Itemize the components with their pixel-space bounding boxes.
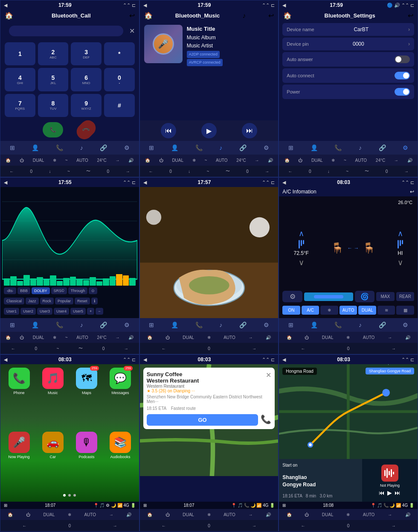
- clim-arrow-5[interactable]: →: [248, 335, 253, 340]
- clim-vol-9[interactable]: 🔊: [405, 512, 410, 517]
- ac-auto-btn[interactable]: AUTO: [340, 306, 357, 315]
- nav-music-4[interactable]: ♪: [80, 322, 83, 328]
- dial-1[interactable]: 1: [5, 42, 35, 65]
- nav-phone-2[interactable]: 📞: [195, 144, 203, 151]
- clim-power-2[interactable]: ⏻: [159, 158, 163, 163]
- go-btn[interactable]: GO: [147, 414, 258, 426]
- dial-input[interactable]: [9, 26, 123, 36]
- toggle-power[interactable]: [395, 88, 410, 96]
- clim-home-2[interactable]: 🏠: [145, 158, 150, 163]
- clim-power-5[interactable]: ⏻: [165, 335, 170, 340]
- clim-vol-4[interactable]: 🔊: [128, 335, 134, 340]
- clim-arrow-2[interactable]: →: [255, 158, 259, 163]
- back-btn-2[interactable]: ◀: [143, 3, 147, 8]
- user2[interactable]: User2: [20, 308, 36, 315]
- clim-home-3[interactable]: 🏠: [284, 158, 290, 163]
- clim-snow-4[interactable]: ❄: [53, 335, 56, 340]
- nav-user-2[interactable]: 👤: [171, 144, 178, 151]
- clim-snow-8[interactable]: ❄: [207, 512, 211, 517]
- clim2-left-3[interactable]: ←: [288, 169, 293, 174]
- clim2-left-1[interactable]: ←: [9, 169, 14, 174]
- clim2-right-4[interactable]: →: [124, 346, 128, 351]
- toggle-auto-connect[interactable]: [395, 72, 410, 79]
- clim2-right-3[interactable]: →: [404, 169, 409, 174]
- preset-bbe[interactable]: BBB: [17, 287, 30, 294]
- back-btn-9[interactable]: ◀: [282, 357, 286, 362]
- preset-srs[interactable]: SRS©: [51, 287, 67, 294]
- clim-fan-4[interactable]: ~: [65, 335, 68, 340]
- clim2-right-6[interactable]: →: [392, 346, 396, 351]
- clim-arrow-3[interactable]: →: [394, 158, 398, 163]
- clim2-right-8[interactable]: →: [252, 523, 256, 528]
- clim-home-6[interactable]: 🏠: [287, 335, 292, 340]
- clim2-left-5[interactable]: ←: [162, 346, 166, 351]
- ac-heat-btn[interactable]: ≋: [377, 306, 395, 315]
- ac-gear-btn[interactable]: ⚙: [282, 291, 302, 302]
- nav-user-6[interactable]: 👤: [311, 322, 318, 328]
- next-btn[interactable]: ⏭: [242, 123, 257, 138]
- nav-link-5[interactable]: 🔗: [239, 322, 247, 328]
- ac-back[interactable]: ↩: [410, 189, 414, 195]
- user1[interactable]: User1: [4, 308, 19, 315]
- app-music[interactable]: 🎵 Music: [38, 368, 68, 428]
- back-icon-1[interactable]: ↩: [129, 12, 135, 20]
- ac-right-down[interactable]: ∨: [398, 258, 403, 267]
- setting-device-name[interactable]: Device name CarBT ›: [282, 23, 414, 36]
- np-next[interactable]: ⏭: [395, 489, 401, 496]
- video-player[interactable]: [140, 187, 279, 318]
- app-now-playing[interactable]: 🎤 Now Playing: [4, 432, 34, 492]
- nav-gear-1[interactable]: ⚙: [124, 144, 130, 151]
- clim-home-5[interactable]: 🏠: [147, 335, 152, 340]
- nav-phone-4[interactable]: 📞: [56, 322, 63, 328]
- clim2-left-8[interactable]: ←: [162, 523, 166, 528]
- clim-vol-3[interactable]: 🔊: [407, 158, 412, 163]
- nav-music-2[interactable]: ♪: [219, 144, 222, 151]
- clim-fan-3[interactable]: ~: [344, 158, 346, 163]
- clim-vol-7[interactable]: 🔊: [126, 512, 131, 517]
- ac-ac-btn[interactable]: A/C: [302, 306, 319, 315]
- ac-left-up[interactable]: ∧: [299, 229, 304, 238]
- status-grid-icon-9[interactable]: ⊞: [282, 503, 286, 508]
- app-podcasts[interactable]: 🎙 Podcasts: [71, 432, 102, 492]
- clim2-left-6[interactable]: ←: [301, 346, 305, 351]
- dial-5[interactable]: 5JKL: [38, 68, 69, 91]
- home-icon-3[interactable]: 🏠: [283, 12, 292, 20]
- nav-grid-6[interactable]: ⊞: [288, 322, 293, 328]
- app-car[interactable]: 🚗 Car: [38, 432, 68, 492]
- preset-dts[interactable]: ·dts·: [4, 287, 16, 294]
- nav-link-2[interactable]: 🔗: [239, 144, 247, 151]
- clim-power-1[interactable]: ⏻: [20, 158, 24, 163]
- setting-power[interactable]: Power: [282, 85, 414, 99]
- nav-gear-4[interactable]: ⚙: [124, 322, 130, 328]
- poi-call-icon[interactable]: 📞: [261, 414, 271, 424]
- nav-gear-2[interactable]: ⚙: [264, 144, 269, 151]
- nav-phone-5[interactable]: 📞: [195, 322, 203, 328]
- app-phone[interactable]: 📞 Phone: [4, 368, 34, 428]
- toggle-auto-answer[interactable]: [395, 56, 410, 63]
- nav-user-3[interactable]: 👤: [311, 144, 318, 151]
- clim2-right-9[interactable]: →: [392, 523, 396, 528]
- dial-4[interactable]: 4GHI: [5, 68, 35, 91]
- user4[interactable]: User4: [54, 308, 69, 315]
- dial-0[interactable]: 0•: [104, 68, 135, 91]
- dial-hash[interactable]: #: [104, 94, 135, 117]
- nav-gear-6[interactable]: ⚙: [403, 322, 408, 328]
- clim-home-1[interactable]: 🏠: [6, 158, 11, 163]
- user-remove[interactable]: −: [96, 308, 103, 315]
- nav-gear-5[interactable]: ⚙: [264, 322, 269, 328]
- ac-fan-slider[interactable]: [304, 292, 353, 301]
- clim-home-7[interactable]: 🏠: [8, 512, 13, 517]
- preset-dolby[interactable]: DOLBY: [32, 287, 50, 294]
- clim-snow-5[interactable]: ❄: [207, 335, 211, 340]
- ac-right-up[interactable]: ∧: [398, 229, 403, 238]
- clim2-right-7[interactable]: →: [113, 523, 117, 528]
- ac-grid-btn[interactable]: ▦: [396, 306, 414, 315]
- clim-vol-8[interactable]: 🔊: [266, 512, 271, 517]
- clim-power-4[interactable]: ⏻: [20, 335, 24, 340]
- call-btn[interactable]: 📞: [43, 122, 63, 137]
- status-grid-icon-7[interactable]: ⊞: [4, 503, 7, 508]
- clim-power-9[interactable]: ⏻: [305, 512, 309, 517]
- nav-grid-2[interactable]: ⊞: [149, 144, 154, 151]
- nav-gear-3[interactable]: ⚙: [403, 144, 408, 151]
- clim-home-9[interactable]: 🏠: [287, 512, 292, 517]
